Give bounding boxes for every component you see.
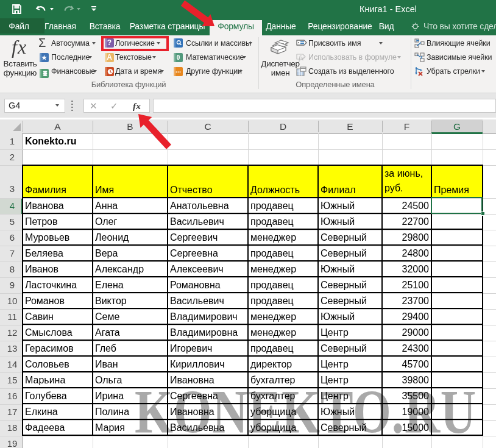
svg-text:fx: fx (299, 54, 304, 62)
